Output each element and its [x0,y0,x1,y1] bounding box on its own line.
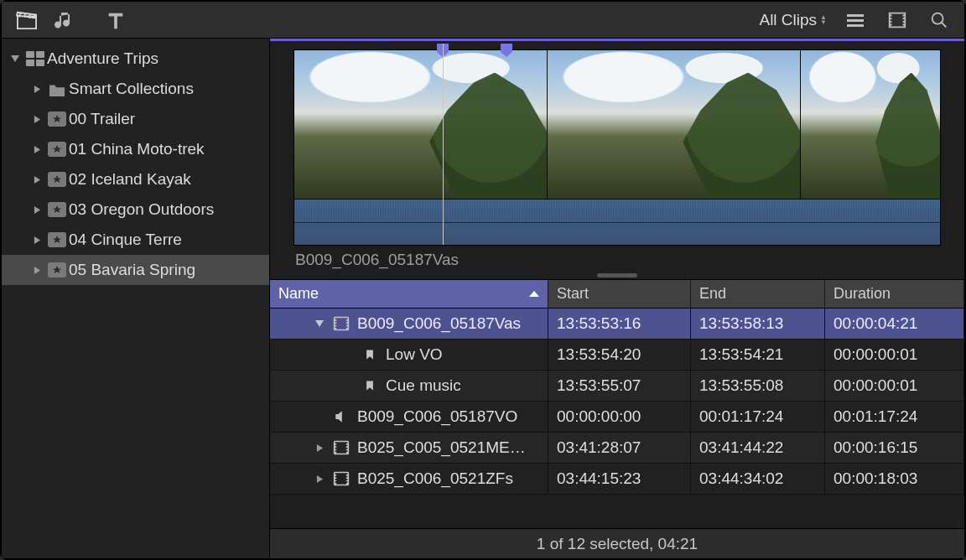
disclosure-icon[interactable] [29,236,45,244]
table-row[interactable]: B009_C006_05187VO 00:00:00:00 00:01:17:2… [270,402,964,433]
clip-name-cell: B025_C006_0521ZFs [357,469,513,488]
sidebar-item[interactable]: 00 Trailer [2,104,269,134]
view-mode-list[interactable] [837,5,874,35]
end-cell: 13:53:55:08 [691,371,825,401]
duration-cell: 00:00:00:01 [825,340,964,370]
sidebar-item[interactable]: 02 Iceland Kayak [2,164,269,194]
library-icon [23,51,47,66]
playhead[interactable] [443,44,444,245]
search-icon [929,10,949,30]
thumbnail-frame [800,50,940,199]
table-row[interactable]: Low VO 13:53:54:20 13:53:54:21 00:00:00:… [270,340,964,371]
sidebar-item-label: 03 Oregon Outdoors [69,200,214,219]
marker-icon [361,348,379,361]
end-cell: 00:01:17:24 [691,402,825,432]
music-icon [53,10,75,30]
table-row[interactable]: Cue music 13:53:55:07 13:53:55:08 00:00:… [270,371,964,402]
thumbnail-frame [294,50,547,199]
sidebar-item-label: 05 Bavaria Spring [69,261,195,279]
star-icon [45,262,69,277]
media-tab-music[interactable] [45,5,82,35]
horizontal-split-handle[interactable] [270,271,964,279]
disclosure-icon[interactable] [29,267,45,274]
row-disclosure-icon[interactable] [314,319,325,328]
sidebar-item-label: 00 Trailer [69,110,135,128]
sidebar-item[interactable]: 04 Cinque Terre [2,225,269,255]
sidebar-item-label: 02 Iceland Kayak [69,170,191,189]
video-icon [332,315,351,332]
marker-icon [501,44,512,57]
star-icon [45,111,69,127]
disclosure-icon[interactable] [29,176,45,184]
start-cell: 03:41:28:07 [548,433,691,463]
list-view-icon [844,10,866,30]
disclosure-icon[interactable] [7,54,23,63]
disclosure-icon[interactable] [29,86,45,93]
row-disclosure-icon[interactable] [314,444,325,452]
duration-cell: 00:00:00:01 [825,371,964,401]
browser-toolbar: All Clips ▲▼ [2,2,964,39]
start-cell: 00:00:00:00 [548,402,691,432]
library-name: Adventure Trips [47,49,158,68]
sidebar-item[interactable]: 03 Oregon Outdoors [2,194,269,225]
sidebar-item[interactable]: 01 China Moto-trek [2,134,269,164]
clip-table: Name Start End Duration B009_C006_05187V… [270,279,964,528]
table-row[interactable]: B025_C006_0521ZFs 03:44:15:23 03:44:34:0… [270,464,964,495]
status-text: 1 of 12 selected, 04:21 [537,535,698,553]
selected-clip-name: B009_C006_05187Vas [270,246,964,271]
filmstrip[interactable] [293,49,941,246]
duration-cell: 00:00:16:15 [825,433,964,463]
title-icon [105,10,127,30]
main-split: Adventure Trips Smart Collections 00 Tra… [2,39,964,558]
start-cell: 13:53:55:07 [548,371,691,401]
duration-cell: 00:00:18:03 [825,464,964,494]
audio-waveform [294,199,940,245]
sidebar-item[interactable]: 05 Bavaria Spring [2,255,269,285]
clip-name-cell: Low VO [386,345,443,364]
updown-icon: ▲▼ [820,15,827,25]
library-sidebar: Adventure Trips Smart Collections 00 Tra… [2,39,270,558]
clip-filter-popup[interactable]: All Clips ▲▼ [754,11,832,29]
audio-icon [332,409,351,424]
row-disclosure-icon[interactable] [314,475,325,483]
sidebar-item-label: 01 China Moto-trek [69,140,205,158]
search-button[interactable] [921,5,958,35]
clip-name-cell: B009_C006_05187VO [357,407,517,426]
col-duration[interactable]: Duration [825,280,964,308]
view-mode-filmstrip[interactable] [879,5,916,35]
clip-filter-label: All Clips [759,11,817,29]
sidebar-item-label: Smart Collections [69,80,194,98]
status-bar: 1 of 12 selected, 04:21 [270,528,964,558]
duration-cell: 00:01:17:24 [825,402,964,432]
sidebar-item-label: 04 Cinque Terre [69,231,182,249]
col-end[interactable]: End [691,280,825,308]
marker-icon [361,379,379,392]
col-start[interactable]: Start [548,280,691,308]
filmstrip-icon [886,10,908,30]
clip-name-cell: Cue music [386,376,461,395]
sidebar-item[interactable]: Smart Collections [2,74,269,104]
clapperboard-icon [15,10,39,30]
media-tab-titles[interactable] [97,5,134,35]
folder-icon [45,81,69,96]
end-cell: 03:44:34:02 [691,464,825,494]
video-icon [332,470,351,487]
table-row[interactable]: B009_C006_05187Vas 13:53:53:16 13:53:58:… [270,309,964,340]
col-name[interactable]: Name [270,280,548,308]
disclosure-icon[interactable] [29,206,45,214]
disclosure-icon[interactable] [29,116,45,123]
end-cell: 13:53:58:13 [691,309,825,339]
star-icon [45,202,69,217]
disclosure-icon[interactable] [29,146,45,153]
table-header: Name Start End Duration [270,280,964,309]
start-cell: 03:44:15:23 [548,464,691,494]
table-row[interactable]: B025_C005_0521ME… 03:41:28:07 03:41:44:2… [270,433,964,464]
star-icon [45,142,69,157]
clip-name-cell: B009_C006_05187Vas [357,314,521,333]
timeline-marker[interactable] [501,44,512,61]
media-tab-clips[interactable] [8,5,45,35]
start-cell: 13:53:54:20 [548,340,691,370]
library-row[interactable]: Adventure Trips [2,44,269,74]
video-icon [332,439,351,456]
clip-browser: B009_C006_05187Vas Name Start End Durati… [270,39,964,558]
